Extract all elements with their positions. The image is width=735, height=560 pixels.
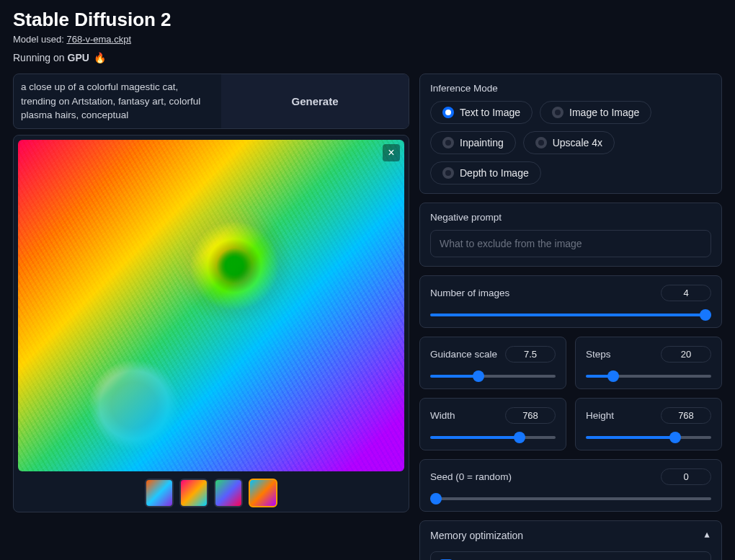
memory-title: Memory optimization (430, 530, 523, 541)
width-panel: Width 768 (419, 398, 566, 450)
generate-button[interactable]: Generate (221, 74, 409, 128)
num-images-label: Number of images (430, 288, 509, 298)
guidance-value: 7.5 (505, 346, 556, 363)
running-prefix: Running on (13, 52, 68, 63)
inference-mode-label: Inference Mode (430, 83, 711, 94)
guidance-label: Guidance scale (430, 349, 497, 360)
negative-prompt-label: Negative prompt (430, 212, 711, 223)
height-panel: Height 768 (575, 398, 722, 450)
seed-panel: Seed (0 = random) 0 (419, 459, 722, 512)
seed-value: 0 (661, 468, 711, 485)
inference-option-1[interactable]: Image to Image (540, 101, 651, 124)
running-line: Running on GPU 🔥 (13, 52, 722, 63)
steps-label: Steps (586, 349, 611, 360)
output-image-card: × (13, 135, 409, 512)
output-image[interactable] (18, 140, 404, 471)
radio-icon (442, 137, 454, 148)
steps-slider[interactable] (586, 375, 711, 378)
memory-option-0[interactable]: ✓Attention slicing (a bit slower, but us… (430, 551, 711, 560)
width-value: 768 (505, 407, 556, 424)
model-line: Model used: 768-v-ema.ckpt (13, 34, 722, 45)
radio-icon (535, 137, 547, 148)
thumbnail-1[interactable] (145, 479, 174, 507)
memory-panel: Memory optimization ▼ ✓Attention slicing… (419, 520, 722, 560)
num-images-panel: Number of images 4 (419, 275, 722, 328)
inference-option-3[interactable]: Upscale 4x (523, 131, 615, 154)
inference-option-label: Depth to Image (460, 167, 529, 179)
num-images-slider[interactable] (430, 314, 711, 316)
height-label: Height (586, 410, 614, 421)
inference-option-2[interactable]: Inpainting (430, 131, 516, 154)
close-icon[interactable]: × (383, 144, 400, 161)
guidance-slider[interactable] (430, 375, 556, 378)
model-prefix: Model used: (13, 34, 66, 45)
radio-icon (442, 167, 454, 179)
seed-label: Seed (0 = random) (430, 471, 512, 482)
prompt-row: a close up of a colorful magestic cat, t… (13, 74, 409, 129)
memory-accordion-toggle[interactable]: Memory optimization ▼ (430, 530, 711, 541)
thumbnail-2[interactable] (179, 479, 208, 507)
radio-icon (552, 107, 564, 118)
thumbnail-row (18, 479, 404, 507)
steps-value: 20 (661, 346, 711, 363)
model-link[interactable]: 768-v-ema.ckpt (66, 34, 131, 45)
inference-mode-panel: Inference Mode Text to ImageImage to Ima… (419, 74, 722, 194)
inference-option-label: Image to Image (569, 107, 639, 118)
radio-icon (442, 107, 454, 118)
steps-panel: Steps 20 (575, 337, 722, 389)
height-value: 768 (661, 407, 711, 424)
height-slider[interactable] (586, 436, 711, 439)
running-device: GPU (68, 52, 89, 63)
fire-icon: 🔥 (94, 52, 106, 63)
inference-option-label: Inpainting (460, 137, 504, 148)
inference-option-label: Text to Image (460, 107, 520, 118)
seed-slider[interactable] (430, 497, 711, 500)
width-slider[interactable] (430, 436, 556, 439)
negative-prompt-input[interactable] (430, 230, 711, 257)
prompt-input[interactable]: a close up of a colorful magestic cat, t… (14, 74, 221, 128)
negative-prompt-panel: Negative prompt (419, 203, 722, 267)
width-label: Width (430, 410, 455, 421)
inference-option-4[interactable]: Depth to Image (430, 161, 541, 185)
chevron-down-icon: ▼ (703, 530, 711, 541)
inference-option-label: Upscale 4x (553, 137, 602, 148)
num-images-value: 4 (661, 285, 711, 301)
thumbnail-4[interactable] (249, 479, 277, 507)
thumbnail-3[interactable] (214, 479, 243, 507)
inference-option-0[interactable]: Text to Image (430, 101, 533, 124)
guidance-panel: Guidance scale 7.5 (419, 337, 566, 389)
page-title: Stable Diffusion 2 (13, 9, 722, 31)
